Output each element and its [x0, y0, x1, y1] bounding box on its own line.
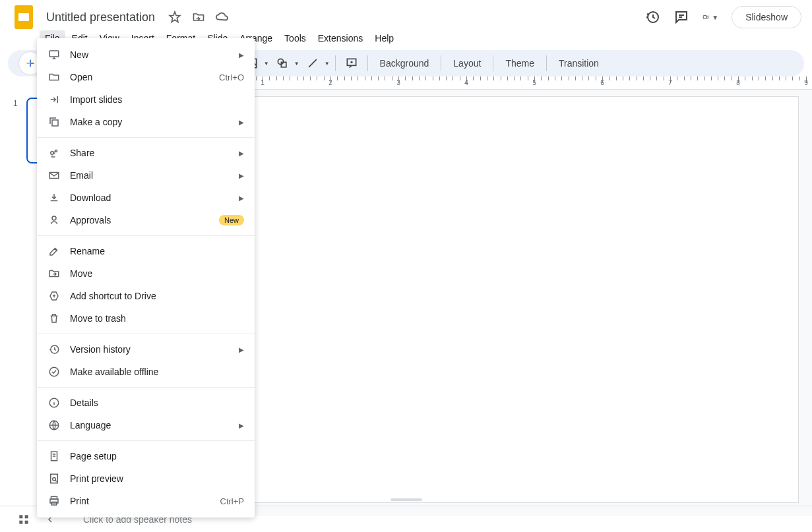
svg-rect-15 — [52, 120, 58, 126]
menu-help[interactable]: Help — [369, 30, 399, 46]
submenu-arrow-icon: ▶ — [239, 51, 244, 59]
separator — [367, 55, 368, 71]
share-icon — [47, 146, 61, 160]
menu-label: Add shortcut to Drive — [70, 291, 244, 301]
menu-item-open[interactable]: OpenCtrl+O — [37, 66, 255, 88]
header: Untitled presentation ▼ Slideshow — [0, 0, 812, 29]
folder-icon — [47, 71, 61, 84]
menu-item-make-a-copy[interactable]: Make a copy▶ — [37, 111, 255, 133]
trash-icon — [47, 312, 61, 325]
import-icon — [47, 93, 61, 106]
menu-label: Share — [70, 148, 239, 158]
menu-tools[interactable]: Tools — [279, 30, 311, 46]
menu-item-email[interactable]: Email▶ — [37, 164, 255, 187]
svg-rect-30 — [19, 515, 22, 518]
shortcut: Ctrl+O — [219, 73, 244, 82]
menu-label: Print preview — [70, 473, 244, 484]
approval-icon — [47, 214, 61, 227]
menu-item-language[interactable]: Language▶ — [37, 414, 255, 436]
rename-icon — [47, 245, 61, 258]
menu-label: Email — [70, 170, 239, 181]
thumb-number: 1 — [13, 98, 21, 108]
monitor-icon — [47, 48, 61, 61]
image-dropdown[interactable]: ▼ — [264, 61, 269, 67]
svg-rect-14 — [49, 51, 59, 57]
menu-item-make-available-offline[interactable]: Make available offline — [37, 361, 255, 383]
menu-label: Rename — [70, 246, 244, 256]
menu-item-rename[interactable]: Rename — [37, 240, 255, 262]
menu-separator — [37, 387, 255, 388]
svg-point-16 — [51, 152, 54, 155]
svg-rect-32 — [19, 520, 22, 523]
grid-view-icon[interactable] — [16, 512, 32, 527]
menu-item-new[interactable]: New▶ — [37, 44, 255, 66]
ruler: 123456789 — [168, 76, 812, 90]
menu-item-page-setup[interactable]: Page setup — [37, 445, 255, 467]
slideshow-button[interactable]: Slideshow — [732, 6, 801, 28]
menu-label: Download — [70, 192, 239, 203]
menu-label: Details — [70, 398, 244, 408]
svg-rect-25 — [51, 474, 58, 483]
menu-label: New — [70, 49, 239, 60]
separator — [493, 55, 493, 71]
separator — [546, 55, 547, 71]
menu-extensions[interactable]: Extensions — [313, 30, 368, 46]
svg-rect-31 — [25, 515, 28, 518]
svg-point-21 — [49, 367, 59, 376]
comment-button[interactable] — [341, 53, 362, 74]
menu-item-import-slides[interactable]: Import slides — [37, 88, 255, 111]
transition-button[interactable]: Transition — [552, 54, 606, 73]
line-button[interactable] — [302, 53, 323, 74]
menu-label: Print — [70, 496, 220, 506]
menu-label: Move — [70, 268, 244, 279]
menu-label: Move to trash — [70, 313, 244, 324]
svg-point-19 — [52, 216, 56, 220]
menu-item-details[interactable]: Details — [37, 392, 255, 414]
shape-button[interactable] — [272, 53, 293, 74]
notes-resize-handle[interactable] — [390, 498, 422, 501]
menu-label: Language — [70, 420, 239, 430]
info-icon — [47, 396, 61, 409]
menu-label: Make a copy — [70, 117, 239, 127]
comment-icon[interactable] — [673, 9, 689, 25]
doc-title[interactable]: Untitled presentation — [42, 9, 159, 26]
separator — [441, 55, 441, 71]
copy-icon — [47, 115, 61, 129]
menu-item-move-to-trash[interactable]: Move to trash — [37, 307, 255, 330]
page-icon — [47, 450, 61, 463]
meet-icon[interactable]: ▼ — [703, 9, 718, 25]
slides-logo[interactable] — [11, 4, 37, 30]
background-button[interactable]: Background — [373, 54, 436, 73]
layout-button[interactable]: Layout — [447, 54, 487, 73]
cloud-icon[interactable] — [214, 9, 230, 25]
slide-canvas[interactable] — [172, 96, 799, 503]
file-dropdown-menu: New▶OpenCtrl+OImport slidesMake a copy▶S… — [37, 38, 255, 517]
history-icon[interactable] — [644, 9, 660, 25]
move-icon[interactable] — [191, 9, 206, 25]
shape-dropdown[interactable]: ▼ — [294, 61, 299, 67]
menu-label: Make available offline — [70, 367, 244, 377]
menu-item-version-history[interactable]: Version history▶ — [37, 338, 255, 361]
menu-item-download[interactable]: Download▶ — [37, 187, 255, 209]
submenu-arrow-icon: ▶ — [239, 150, 244, 157]
menu-item-add-shortcut-to-drive[interactable]: Add shortcut to Drive — [37, 285, 255, 307]
submenu-arrow-icon: ▶ — [239, 422, 244, 429]
submenu-arrow-icon: ▶ — [239, 172, 244, 179]
submenu-arrow-icon: ▶ — [239, 119, 244, 126]
menu-label: Version history — [70, 344, 239, 355]
move-icon — [47, 267, 61, 280]
menu-item-share[interactable]: Share▶ — [37, 142, 255, 164]
drive-shortcut-icon — [47, 289, 61, 303]
theme-button[interactable]: Theme — [499, 54, 541, 73]
menu-item-print[interactable]: PrintCtrl+P — [37, 490, 255, 512]
svg-rect-1 — [18, 13, 29, 21]
menu-item-print-preview[interactable]: Print preview — [37, 467, 255, 490]
submenu-arrow-icon: ▶ — [239, 194, 244, 202]
line-dropdown[interactable]: ▼ — [325, 61, 330, 67]
menu-item-approvals[interactable]: ApprovalsNew — [37, 209, 255, 231]
separator — [335, 55, 336, 71]
star-icon[interactable] — [167, 9, 183, 25]
menu-label: Open — [70, 72, 219, 82]
menu-separator — [37, 137, 255, 138]
menu-item-move[interactable]: Move — [37, 262, 255, 285]
